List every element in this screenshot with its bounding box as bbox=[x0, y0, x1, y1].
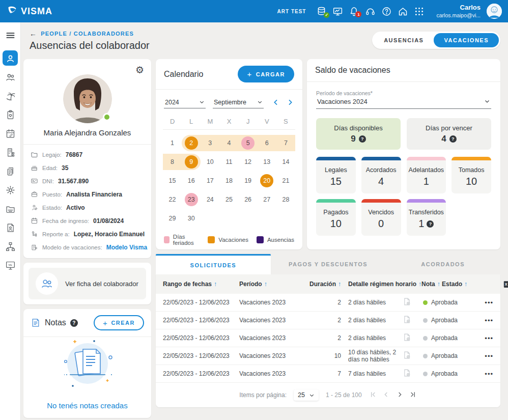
column-header[interactable]: Detalle régimen horario↑ bbox=[348, 281, 421, 288]
home-button[interactable] bbox=[394, 3, 411, 19]
calendar-day[interactable]: 19 bbox=[239, 173, 258, 189]
first-page-icon[interactable] bbox=[369, 390, 377, 400]
row-menu-icon[interactable]: ••• bbox=[476, 352, 493, 360]
profile-field-value: Lopez, Horacio Emanuel bbox=[74, 231, 145, 238]
calendar-day[interactable]: 2 bbox=[182, 135, 201, 151]
sidebar-item-calendar-edit[interactable] bbox=[2, 126, 18, 141]
calendar-day bbox=[239, 210, 258, 227]
calendar-day[interactable]: 30 bbox=[182, 210, 201, 227]
calendar-day[interactable]: 21 bbox=[276, 173, 295, 189]
apps-grid-button[interactable] bbox=[411, 3, 427, 19]
breadcrumb-text[interactable]: PEOPLE / COLABORADORES bbox=[41, 31, 134, 37]
cargar-button[interactable]: + CARGAR bbox=[238, 66, 294, 82]
sidebar-item-folder-files[interactable] bbox=[2, 201, 18, 216]
calendar-day[interactable]: 29 bbox=[163, 210, 182, 227]
visma-logo-icon bbox=[7, 5, 17, 17]
user-avatar[interactable] bbox=[487, 4, 502, 19]
monitor-chart-button[interactable] bbox=[329, 3, 346, 19]
excel-export-icon[interactable]: X bbox=[495, 280, 508, 289]
tab-ausencias[interactable]: AUSENCIAS bbox=[374, 33, 434, 47]
help-button[interactable] bbox=[378, 3, 394, 19]
calendar-day[interactable]: 4 bbox=[219, 135, 238, 151]
notas-help-icon[interactable]: ? bbox=[70, 319, 78, 327]
calendar-day[interactable]: 18 bbox=[219, 173, 238, 189]
prev-page-icon[interactable] bbox=[382, 390, 390, 400]
column-header[interactable]: Rango de fechas↑ bbox=[163, 281, 239, 288]
calendar-day[interactable]: 16 bbox=[182, 173, 201, 189]
row-menu-icon[interactable]: ••• bbox=[476, 334, 493, 342]
prev-month-button[interactable] bbox=[272, 98, 280, 108]
calendar-day[interactable]: 6 bbox=[258, 135, 276, 151]
calendar-day[interactable]: 14 bbox=[276, 154, 295, 170]
calendar-day[interactable]: 27 bbox=[258, 191, 276, 208]
calendar-day[interactable]: 7 bbox=[276, 135, 295, 151]
sidebar-item-building-org[interactable] bbox=[2, 145, 18, 160]
calendar-day[interactable]: 11 bbox=[219, 154, 238, 170]
sidebar-item-sitemap[interactable] bbox=[2, 239, 18, 254]
calendar-day[interactable]: 17 bbox=[201, 173, 219, 189]
year-select[interactable]: 2024 bbox=[164, 98, 206, 108]
sidebar-item-documents[interactable] bbox=[2, 163, 18, 179]
calendar-day[interactable]: 15 bbox=[163, 173, 182, 189]
next-month-button[interactable] bbox=[286, 98, 294, 108]
note-doc-icon[interactable] bbox=[403, 315, 423, 325]
calendar-day[interactable]: 1 bbox=[163, 135, 182, 151]
sidebar-item-monitor-pen[interactable] bbox=[2, 258, 18, 273]
headset-button[interactable] bbox=[362, 3, 378, 19]
note-doc-icon[interactable] bbox=[403, 333, 423, 343]
calendar-day[interactable]: 25 bbox=[219, 191, 238, 208]
sidebar-item-gear[interactable] bbox=[2, 182, 18, 198]
sidebar-item-vacation-palm[interactable] bbox=[2, 88, 18, 103]
sidebar-item-document-user[interactable] bbox=[2, 220, 18, 235]
calendar-day[interactable]: 24 bbox=[201, 191, 219, 208]
last-page-icon[interactable] bbox=[409, 390, 417, 400]
next-page-icon[interactable] bbox=[396, 390, 404, 400]
tab-acordados[interactable]: ACORDADOS bbox=[385, 254, 500, 274]
back-arrow-icon[interactable]: ← bbox=[30, 30, 37, 38]
period-select[interactable]: Vacaciones 2024 bbox=[316, 96, 491, 109]
calendar-day[interactable]: 3 bbox=[201, 135, 219, 151]
page-size-select[interactable]: 25 bbox=[294, 389, 319, 401]
calendar-day[interactable]: 20 bbox=[258, 173, 276, 189]
sidebar-item-clipboard-heart[interactable] bbox=[2, 107, 18, 122]
tab-pagos-y-descuentos[interactable]: PAGOS Y DESCUENTOS bbox=[271, 254, 386, 274]
calendar-day[interactable]: 10 bbox=[201, 154, 219, 170]
help-icon[interactable]: ? bbox=[427, 220, 434, 228]
calendar-day[interactable]: 23 bbox=[182, 191, 201, 208]
column-header[interactable]: Período↑ bbox=[239, 281, 317, 288]
row-menu-icon[interactable]: ••• bbox=[476, 299, 493, 306]
calendar-day[interactable]: 8 bbox=[163, 154, 182, 170]
note-doc-icon[interactable] bbox=[403, 297, 423, 307]
calendar-day[interactable]: 12 bbox=[239, 154, 258, 170]
calendar-day[interactable]: 5 bbox=[239, 135, 258, 151]
column-header[interactable]: Estado↑ bbox=[442, 281, 495, 288]
calendar-day[interactable]: 28 bbox=[276, 191, 295, 208]
note-doc-icon[interactable] bbox=[403, 369, 423, 379]
folder-files-icon bbox=[5, 204, 16, 214]
user-menu[interactable]: Carlos carlos.maipo@vi... bbox=[436, 4, 481, 18]
column-header[interactable]: Nota↑ bbox=[421, 281, 442, 288]
calendar-day[interactable]: 26 bbox=[239, 191, 258, 208]
ver-ficha-button[interactable]: Ver ficha del colaborador bbox=[29, 268, 146, 299]
row-menu-icon[interactable]: ••• bbox=[476, 317, 493, 324]
help-icon[interactable]: ? bbox=[449, 135, 457, 143]
calendar-day[interactable]: 9 bbox=[182, 154, 201, 170]
sidebar-item-people[interactable] bbox=[2, 69, 18, 85]
month-select[interactable]: Septiembre bbox=[213, 98, 264, 108]
sidebar-item-menu[interactable] bbox=[2, 27, 18, 43]
calendar-day[interactable]: 13 bbox=[258, 154, 276, 170]
profile-settings-gear-icon[interactable]: ⚙ bbox=[135, 65, 144, 75]
help-icon[interactable]: ? bbox=[359, 135, 366, 143]
bell-button[interactable]: 1 bbox=[346, 3, 362, 19]
tab-vacaciones[interactable]: VACACIONES bbox=[434, 33, 499, 47]
crear-nota-button[interactable]: + CREAR bbox=[94, 315, 144, 330]
calendar-day[interactable]: 22 bbox=[163, 191, 182, 208]
sidebar-item-employee-card[interactable] bbox=[3, 50, 18, 66]
column-header[interactable]: Duración↑ bbox=[317, 281, 348, 288]
visma-brand[interactable]: VISMA bbox=[7, 5, 52, 17]
tab-solicitudes[interactable]: SOLICITUDES bbox=[156, 254, 271, 274]
database-button[interactable]: ✓ bbox=[313, 3, 329, 19]
row-menu-icon[interactable]: ••• bbox=[476, 370, 493, 378]
profile-field-value[interactable]: Modelo Visma bbox=[106, 244, 147, 251]
note-doc-icon[interactable] bbox=[403, 351, 423, 361]
